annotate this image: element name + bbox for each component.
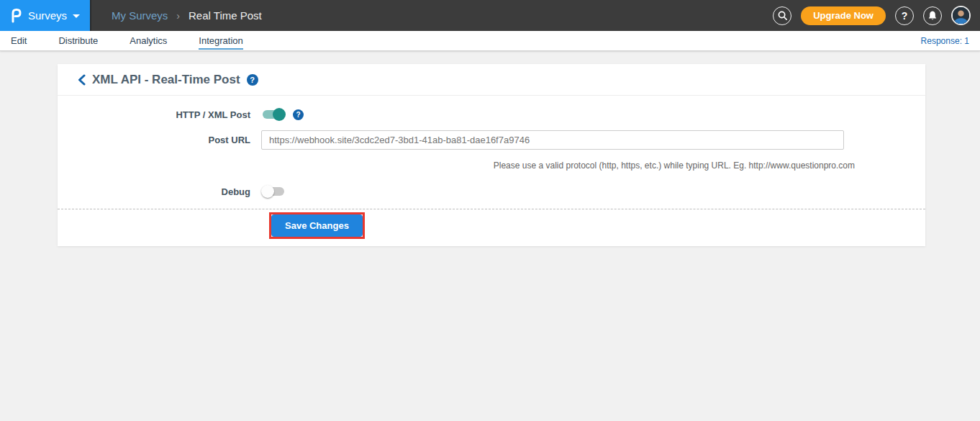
panel-body: HTTP / XML Post ? Post URL Please use a … xyxy=(58,96,925,209)
upgrade-now-button[interactable]: Upgrade Now xyxy=(801,6,886,25)
http-xml-post-toggle[interactable] xyxy=(261,107,286,122)
response-count-link[interactable]: Response: 1 xyxy=(921,36,969,46)
http-xml-post-label: HTTP / XML Post xyxy=(58,109,261,120)
panel-footer: Save Changes xyxy=(58,209,925,246)
tab-integration[interactable]: Integration xyxy=(199,32,242,50)
back-chevron-icon[interactable] xyxy=(78,74,86,86)
bell-icon xyxy=(927,10,938,21)
post-url-hint: Please use a valid protocol (http, https… xyxy=(494,160,855,171)
notifications-button[interactable] xyxy=(923,6,942,25)
panel-header: XML API - Real-Time Post ? xyxy=(58,64,925,96)
debug-toggle[interactable] xyxy=(261,184,286,199)
surveys-product-menu[interactable]: Surveys xyxy=(0,0,91,31)
top-navbar: Surveys My Surveys › Real Time Post Upgr… xyxy=(0,0,980,31)
breadcrumb-separator-icon: › xyxy=(176,10,180,22)
save-button-highlight-annotation: Save Changes xyxy=(269,212,365,239)
page-title: XML API - Real-Time Post xyxy=(92,73,240,87)
search-icon xyxy=(777,10,788,21)
post-url-input[interactable] xyxy=(261,130,844,150)
breadcrumb-my-surveys[interactable]: My Surveys xyxy=(112,9,168,22)
debug-row: Debug xyxy=(58,184,925,209)
chevron-down-icon xyxy=(73,14,80,18)
http-xml-post-help-icon[interactable]: ? xyxy=(293,109,304,120)
tab-edit[interactable]: Edit xyxy=(11,32,27,50)
xml-api-panel: XML API - Real-Time Post ? HTTP / XML Po… xyxy=(58,64,925,246)
help-button[interactable]: ? xyxy=(895,6,914,25)
survey-tabbar: Edit Distribute Analytics Integration Re… xyxy=(0,31,980,51)
tab-analytics[interactable]: Analytics xyxy=(130,32,167,50)
breadcrumb: My Surveys › Real Time Post xyxy=(112,9,262,22)
toggle-knob xyxy=(261,185,274,198)
title-help-icon[interactable]: ? xyxy=(247,74,258,86)
http-xml-post-controls: ? xyxy=(261,107,304,122)
toggle-knob xyxy=(273,108,286,121)
questionpro-logo-icon xyxy=(10,7,22,24)
topbar-actions: Upgrade Now ? xyxy=(773,6,980,25)
question-mark-icon: ? xyxy=(902,10,908,22)
product-name: Surveys xyxy=(28,9,67,22)
post-url-hint-row: Please use a valid protocol (http, https… xyxy=(272,158,855,171)
breadcrumb-current-survey: Real Time Post xyxy=(189,9,262,22)
post-url-label: Post URL xyxy=(58,135,261,145)
debug-label: Debug xyxy=(58,186,261,197)
post-url-row: Post URL xyxy=(58,130,925,150)
user-avatar[interactable] xyxy=(951,6,971,25)
save-changes-button[interactable]: Save Changes xyxy=(271,214,363,237)
http-xml-post-row: HTTP / XML Post ? xyxy=(58,107,925,122)
tab-distribute[interactable]: Distribute xyxy=(58,32,98,50)
search-button[interactable] xyxy=(773,6,791,25)
avatar-photo xyxy=(953,7,969,24)
